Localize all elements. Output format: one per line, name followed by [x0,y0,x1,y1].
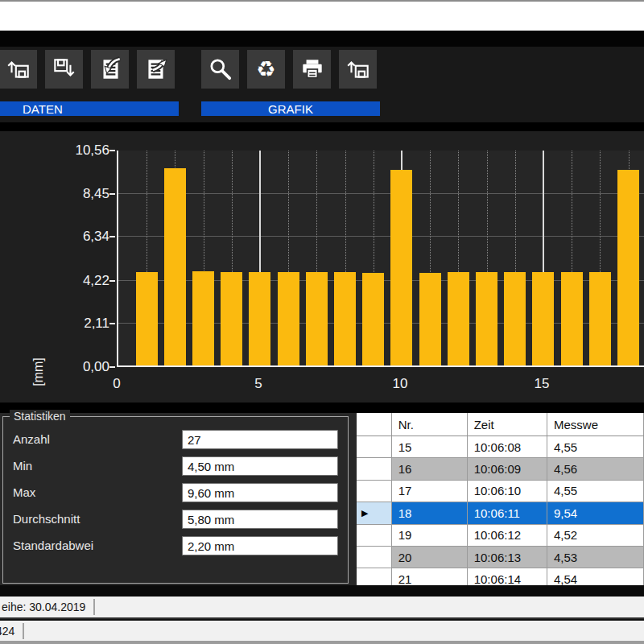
table-header-messwert[interactable]: Messwe [547,413,644,436]
row-header-cell [357,481,392,502]
selected-row-arrow-icon: ▶ [361,508,368,518]
daten-label-text: DATEN [23,102,63,116]
refresh-graphic-button[interactable]: ♻ [247,50,285,89]
chart-x-tick-label: 15 [524,376,559,392]
durchschnitt-label: Durchschnitt [13,512,80,526]
menu-strip [0,31,644,47]
cell-messwert: 4,53 [547,547,644,568]
table-row[interactable]: 1510:06:084,55 [357,436,644,458]
table-header-zeit[interactable]: Zeit [468,413,547,436]
row-header-cell [357,525,392,547]
toolbar-group-label-daten: DATEN [0,101,179,116]
chart-y-tick-label: 8,45 [60,186,109,202]
print-graphic-button[interactable] [293,50,331,89]
chart-bar [136,272,158,365]
status-bar-device: 424 [0,621,644,641]
load-data-button[interactable] [0,50,37,89]
cell-messwert: 9,54 [547,502,644,524]
chart-hgridline [118,193,644,194]
chart-x-tick-label: 10 [382,376,418,392]
table-row[interactable]: 2110:06:144,54 [357,568,644,585]
stat-row-standardabwei: Standardabwei [3,536,348,555]
table-row[interactable]: 1610:06:094,56 [357,458,644,480]
import-document-button[interactable] [91,50,129,89]
window-titlebar[interactable] [0,2,644,31]
min-field[interactable] [182,456,338,476]
standardabwei-field[interactable] [182,536,338,555]
chart-bar [249,272,270,365]
chart-x-tick-label: 0 [99,376,134,392]
chart-plot [117,151,644,367]
app-window: ♻ DATEN [0,0,644,644]
chart-y-tick-mark [109,280,115,282]
table-row[interactable]: 2010:06:134,53 [357,547,644,568]
cell-nr: 20 [392,547,468,568]
row-header-cell [357,436,392,458]
status-bar-series: eihe: 30.04.2019 [0,597,644,619]
row-header-cell [357,547,392,568]
anzahl-field[interactable] [182,430,338,449]
zoom-graphic-button[interactable] [201,50,239,89]
screen-bottom-edge [0,641,644,644]
status-separator [93,599,95,615]
floppy-arrow-up-icon [5,56,32,83]
table-row[interactable]: ▶1810:06:119,54 [357,502,644,524]
printer-icon [299,56,326,83]
grafik-label-text: GRAFIK [268,102,313,116]
anzahl-label: Anzahl [13,432,50,446]
chart-bar [278,272,299,365]
durchschnitt-field[interactable] [182,510,338,529]
floppy-arrow-down-icon [51,56,78,83]
toolbar-group-label-grafik: GRAFIK [201,101,380,116]
document-arrow-in-icon [97,56,124,83]
save-data-button[interactable] [45,50,83,89]
export-document-button[interactable] [137,50,175,89]
stat-row-min: Min [3,456,348,476]
chart-y-tick-mark [109,193,115,195]
chart-bar [448,272,469,365]
cell-zeit: 10:06:10 [468,481,547,502]
stat-row-max: Max [3,483,348,502]
chart-bar [221,272,242,365]
table-header-row: Nr. Zeit Messwe [357,413,644,436]
table-row[interactable]: 1710:06:104,55 [357,481,644,502]
cell-messwert: 4,56 [547,458,644,480]
chart-bar [617,170,639,365]
toolbar: ♻ DATEN [0,47,644,122]
floppy-arrow-up-icon [345,56,372,83]
chart-bar [561,272,583,365]
bottom-panel: Statistiken Anzahl Min Max Durchschnitt … [0,413,644,585]
separator-strip [0,402,644,413]
stat-row-durchschnitt: Durchschnitt [3,510,348,529]
max-label: Max [13,485,35,499]
chart-y-tick-mark [109,150,115,151]
cell-zeit: 10:06:13 [468,547,547,568]
magnifier-icon [207,56,234,83]
cell-nr: 17 [392,481,468,502]
recycle-icon: ♻ [256,59,275,80]
chart-y-tick-label: 10,56 [60,142,109,159]
cell-messwert: 4,54 [547,568,644,585]
chart-bar [419,273,441,365]
cell-nr: 18 [392,502,468,524]
max-field[interactable] [182,483,338,502]
chart-bar [192,271,214,365]
cell-zeit: 10:06:14 [468,568,547,585]
measurements-table: Nr. Zeit Messwe 1510:06:084,551610:06:09… [357,413,644,585]
cell-zeit: 10:06:12 [468,525,547,547]
statistics-groupbox: Statistiken Anzahl Min Max Durchschnitt … [2,416,349,584]
row-header-cell: ▶ [357,502,392,524]
chart-bar [532,272,554,365]
save-graphic-button[interactable] [339,50,377,89]
chart-y-tick-label: 6,34 [60,229,109,245]
series-date-text: eihe: 30.04.2019 [2,601,85,613]
row-header-cell [357,568,392,585]
chart-y-tick-mark [109,236,115,237]
chart-bar [390,170,412,365]
table-row[interactable]: 1910:06:124,52 [357,525,644,547]
chart-panel: [mm] 0,002,114,226,348,4510,56051015 [0,131,644,402]
cell-nr: 19 [392,525,468,547]
table-header-nr[interactable]: Nr. [392,413,468,436]
cell-messwert: 4,55 [547,481,644,502]
chart-y-tick-mark [109,366,115,368]
